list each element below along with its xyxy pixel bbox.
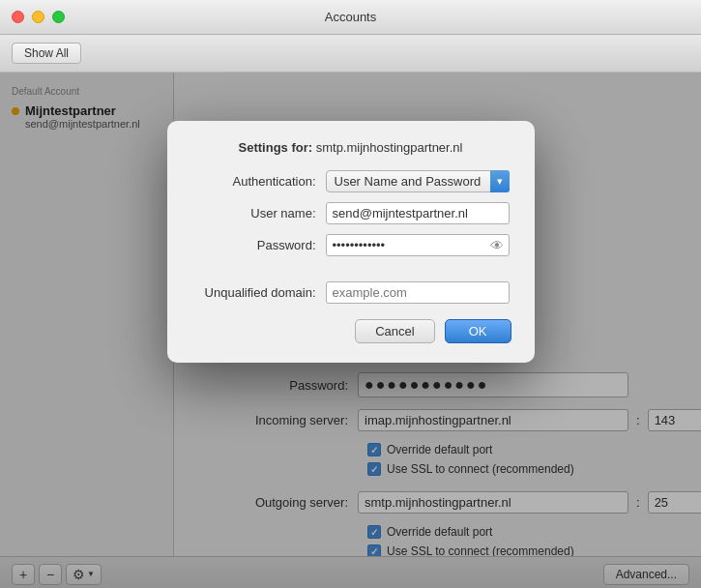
settings-for-prefix: Settings for: [239, 140, 316, 155]
traffic-lights [12, 11, 65, 23]
modal-password-wrapper: 👁 [326, 234, 510, 256]
modal-unqualified-label: Unqualified domain: [190, 285, 326, 300]
close-button[interactable] [12, 11, 24, 23]
modal-unqualified-input[interactable] [326, 281, 510, 304]
settings-for-value: smtp.mijnhostingpartner.nl [316, 140, 463, 155]
window-title: Accounts [325, 10, 376, 24]
minimize-button[interactable] [32, 11, 44, 23]
modal-auth-label: Authentication: [190, 174, 326, 189]
modal-auth-row: Authentication: User Name and Password ▾ [190, 170, 511, 192]
modal-dialog: Settings for: smtp.mijnhostingpartner.nl… [167, 121, 535, 363]
toolbar: Show All [0, 35, 701, 73]
modal-password-input[interactable] [326, 234, 510, 256]
show-all-button[interactable]: Show All [12, 43, 81, 64]
modal-username-input[interactable] [326, 202, 510, 224]
modal-buttons: Cancel OK [190, 319, 511, 343]
modal-auth-select[interactable]: User Name and Password [326, 170, 510, 192]
modal-username-label: User name: [190, 206, 326, 220]
titlebar: Accounts [0, 0, 701, 35]
main-content: Default Account Mijntestpartner send@mij… [0, 73, 701, 588]
modal-auth-select-wrapper: User Name and Password ▾ [326, 170, 510, 192]
modal-password-row: Password: 👁 [190, 234, 511, 256]
modal-unqualified-row: Unqualified domain: [190, 281, 511, 304]
zoom-button[interactable] [52, 11, 65, 23]
modal-username-row: User name: [190, 202, 511, 224]
modal-password-label: Password: [190, 238, 326, 252]
ok-button[interactable]: OK [445, 319, 511, 343]
modal-settings-for: Settings for: smtp.mijnhostingpartner.nl [190, 140, 511, 155]
cancel-button[interactable]: Cancel [355, 319, 434, 343]
modal-overlay: Settings for: smtp.mijnhostingpartner.nl… [0, 73, 701, 588]
password-reveal-icon[interactable]: 👁 [490, 238, 504, 253]
